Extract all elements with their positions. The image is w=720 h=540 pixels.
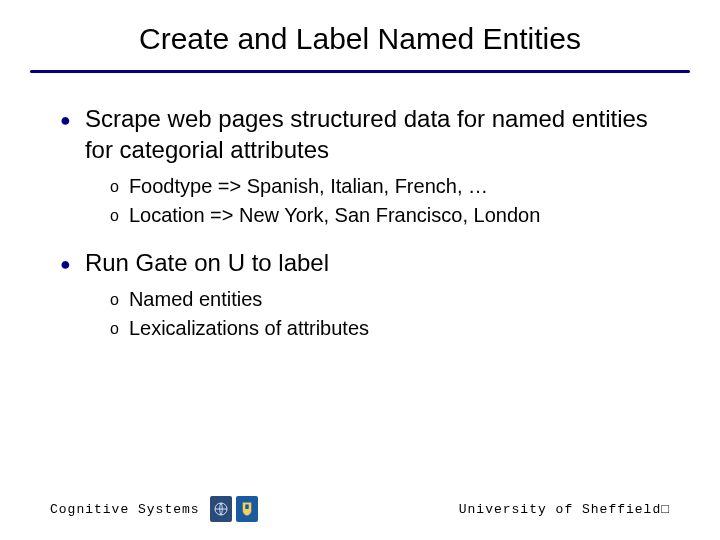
logo-group: [210, 496, 258, 522]
footer: Cognitive Systems University of Sheffiel…: [0, 496, 720, 522]
footer-left: Cognitive Systems: [50, 496, 258, 522]
divider-line: [30, 70, 690, 73]
bullet-dot-icon: ●: [60, 253, 71, 276]
crest-logo-icon: [236, 496, 258, 522]
sub-bullet-item: o Lexicalizations of attributes: [110, 315, 670, 342]
sub-bullet-text: Foodtype => Spanish, Italian, French, …: [129, 173, 670, 200]
sub-bullet-icon: o: [110, 318, 119, 340]
sub-bullet-item: o Foodtype => Spanish, Italian, French, …: [110, 173, 670, 200]
svg-rect-1: [245, 504, 248, 509]
sub-bullet-item: o Location => New York, San Francisco, L…: [110, 202, 670, 229]
bullet-dot-icon: ●: [60, 109, 71, 132]
sublist: o Named entities o Lexicalizations of at…: [110, 286, 670, 342]
sub-bullet-icon: o: [110, 205, 119, 227]
footer-right-text: University of Sheffield□: [459, 502, 670, 517]
sub-bullet-text: Named entities: [129, 286, 670, 313]
slide: Create and Label Named Entities ● Scrape…: [0, 0, 720, 540]
sub-bullet-icon: o: [110, 176, 119, 198]
globe-logo-icon: [210, 496, 232, 522]
bullet-item: ● Run Gate on U to label: [60, 247, 670, 278]
sub-bullet-text: Location => New York, San Francisco, Lon…: [129, 202, 670, 229]
bullet-text: Run Gate on U to label: [85, 247, 670, 278]
sub-bullet-text: Lexicalizations of attributes: [129, 315, 670, 342]
slide-title: Create and Label Named Entities: [50, 20, 670, 58]
bullet-item: ● Scrape web pages structured data for n…: [60, 103, 670, 165]
sub-bullet-icon: o: [110, 289, 119, 311]
content-area: ● Scrape web pages structured data for n…: [50, 103, 670, 343]
bullet-text: Scrape web pages structured data for nam…: [85, 103, 670, 165]
sub-bullet-item: o Named entities: [110, 286, 670, 313]
footer-left-text: Cognitive Systems: [50, 502, 200, 517]
sublist: o Foodtype => Spanish, Italian, French, …: [110, 173, 670, 229]
